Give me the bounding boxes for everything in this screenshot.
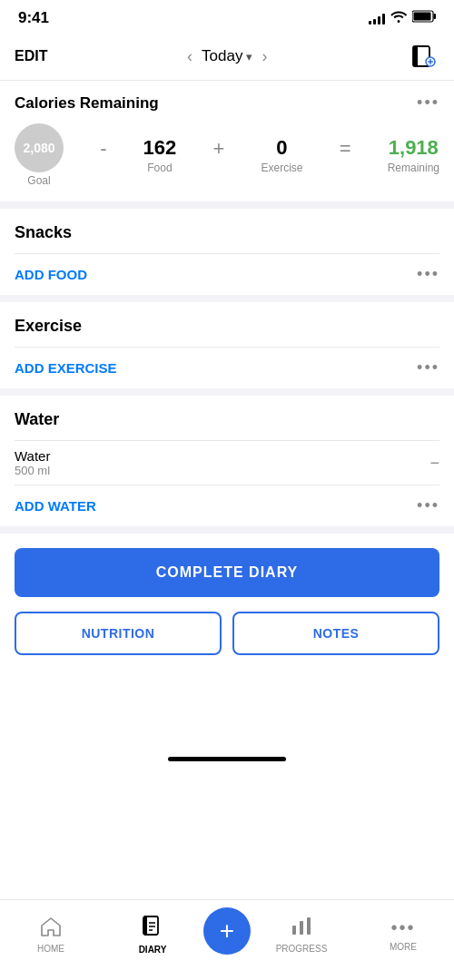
more-icon: •••	[390, 917, 415, 938]
prev-date-button[interactable]: ‹	[187, 47, 192, 66]
add-food-button[interactable]: ADD FOOD	[15, 267, 87, 282]
equals-operator: =	[340, 137, 351, 161]
home-label: HOME	[37, 944, 64, 954]
goal-label: Goal	[27, 174, 50, 187]
svg-rect-13	[292, 926, 296, 935]
wifi-icon	[390, 10, 407, 26]
calories-title: Calories Remaining	[15, 94, 159, 113]
svg-rect-14	[300, 921, 303, 935]
nav-more[interactable]: ••• MORE	[352, 917, 454, 952]
next-date-button[interactable]: ›	[262, 47, 267, 66]
add-exercise-button[interactable]: ADD EXERCISE	[15, 360, 117, 376]
goal-item: 2,080 Goal	[15, 123, 64, 187]
snacks-title: Snacks	[15, 223, 439, 242]
bottom-nav: HOME DIARY + PROGRESS ••• MORE	[0, 899, 454, 980]
nav-home[interactable]: HOME	[0, 916, 102, 954]
water-title: Water	[15, 410, 439, 429]
water-entry-name: Water	[15, 448, 50, 464]
svg-rect-9	[143, 916, 147, 935]
complete-diary-section: COMPLETE DIARY	[0, 534, 454, 612]
secondary-buttons: NUTRITION NOTES	[0, 612, 454, 670]
exercise-value: 0	[276, 136, 287, 160]
progress-label: PROGRESS	[276, 944, 328, 954]
remaining-item: 1,918 Remaining	[388, 136, 439, 174]
home-icon	[40, 916, 62, 940]
exercise-more-button[interactable]: •••	[417, 358, 439, 377]
water-more-button[interactable]: •••	[417, 496, 439, 515]
minus-operator: -	[100, 137, 106, 161]
svg-rect-1	[434, 14, 437, 19]
status-bar: 9:41	[0, 0, 454, 33]
notes-button[interactable]: NOTES	[232, 612, 439, 655]
food-value: 162	[143, 136, 177, 160]
water-entry: Water 500 ml −	[15, 440, 439, 485]
signal-icon	[369, 12, 385, 24]
plus-operator: +	[212, 137, 224, 161]
add-water-row: ADD WATER •••	[15, 485, 439, 526]
add-button[interactable]: +	[203, 907, 251, 955]
water-section: Water Water 500 ml − ADD WATER •••	[0, 396, 454, 534]
svg-rect-4	[413, 46, 418, 66]
nav-progress[interactable]: PROGRESS	[251, 916, 352, 954]
water-remove-button[interactable]: −	[429, 454, 439, 473]
exercise-label: Exercise	[261, 162, 302, 174]
exercise-section: Exercise ADD EXERCISE •••	[0, 302, 454, 396]
snacks-more-button[interactable]: •••	[417, 265, 439, 284]
toolbar: EDIT ‹ Today ▾ ›	[0, 33, 454, 81]
food-label: Food	[147, 162, 172, 174]
remaining-label: Remaining	[388, 162, 439, 174]
diary-settings-icon[interactable]	[407, 40, 439, 73]
diary-label: DIARY	[139, 945, 167, 955]
goal-circle: 2,080	[15, 123, 64, 172]
add-water-button[interactable]: ADD WATER	[15, 498, 96, 514]
complete-diary-button[interactable]: COMPLETE DIARY	[15, 548, 439, 597]
status-icons	[369, 10, 436, 26]
add-food-row: ADD FOOD •••	[15, 253, 439, 295]
date-selector[interactable]: Today ▾	[202, 47, 252, 65]
snacks-section: Snacks ADD FOOD •••	[0, 209, 454, 302]
home-indicator	[168, 757, 286, 761]
status-time: 9:41	[18, 9, 49, 27]
water-entry-amount: 500 ml	[15, 464, 50, 477]
food-item: 162 Food	[143, 136, 177, 174]
diary-icon	[143, 916, 163, 941]
nav-diary[interactable]: DIARY	[102, 916, 203, 955]
svg-rect-15	[307, 917, 311, 935]
exercise-title: Exercise	[15, 317, 439, 336]
exercise-item: 0 Exercise	[261, 136, 302, 174]
edit-button[interactable]: EDIT	[15, 48, 47, 64]
calories-card: Calories Remaining ••• 2,080 Goal - 162 …	[0, 81, 454, 209]
dropdown-arrow-icon: ▾	[246, 50, 252, 64]
svg-rect-2	[414, 13, 431, 21]
battery-icon	[412, 10, 436, 26]
remaining-value: 1,918	[389, 136, 439, 160]
progress-icon	[291, 916, 312, 940]
more-label: MORE	[390, 942, 417, 952]
date-navigation: ‹ Today ▾ ›	[187, 47, 267, 66]
calories-more-button[interactable]: •••	[417, 93, 439, 113]
nutrition-button[interactable]: NUTRITION	[15, 612, 222, 655]
add-exercise-row: ADD EXERCISE •••	[15, 347, 439, 388]
